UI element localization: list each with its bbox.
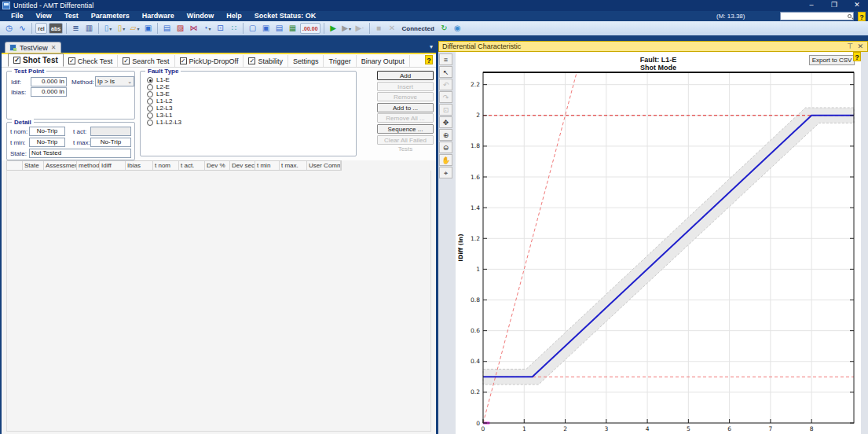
fault-option-l3-l1[interactable]: L3-L1 bbox=[147, 112, 181, 119]
fader-settings-icon[interactable]: ≣ bbox=[70, 23, 82, 34]
tab-trigger[interactable]: Trigger bbox=[324, 55, 356, 67]
rel-icon[interactable]: rel bbox=[35, 23, 47, 34]
tab-pickup-dropoff[interactable]: ✓PickUp-DropOff bbox=[175, 55, 244, 67]
clear-icon[interactable]: ✕ bbox=[386, 23, 398, 34]
panel-help-button[interactable]: ? bbox=[425, 55, 433, 64]
checkbox-icon[interactable]: ✓ bbox=[13, 57, 20, 64]
move-tool-icon[interactable]: ✥ bbox=[439, 116, 452, 128]
stop-icon[interactable]: ■ bbox=[373, 23, 385, 34]
chart-help-button[interactable]: ? bbox=[853, 52, 861, 61]
abs-icon[interactable]: abs bbox=[49, 23, 63, 34]
results-table-body[interactable] bbox=[6, 171, 431, 432]
checkbox-icon[interactable]: ✓ bbox=[248, 57, 255, 64]
fault-option-l2-e[interactable]: L2-E bbox=[147, 83, 181, 90]
report-view-icon[interactable]: ⊡ bbox=[214, 23, 226, 34]
chevron-down-icon[interactable]: ▾ bbox=[123, 27, 125, 31]
connection-setup-icon[interactable]: ∷ bbox=[228, 23, 240, 34]
panel-close-icon[interactable]: ✕ bbox=[857, 42, 863, 51]
column-header-assessment[interactable]: Assessment bbox=[44, 161, 77, 170]
column-header-method[interactable]: method bbox=[77, 161, 100, 170]
tab-testview[interactable]: TestView ✕ bbox=[5, 42, 61, 53]
column-header-user-comment[interactable]: User Comment bbox=[307, 161, 341, 170]
column-header-idiff[interactable]: Idiff bbox=[100, 161, 126, 170]
test-object-icon[interactable]: ▤ bbox=[161, 23, 173, 34]
tab-binary-output[interactable]: Binary Output bbox=[357, 55, 410, 67]
fault-option-l2-l3[interactable]: L2-L3 bbox=[147, 105, 181, 112]
pan-tool-icon[interactable]: ✋ bbox=[439, 154, 452, 166]
column-header-ibias[interactable]: Ibias bbox=[126, 161, 153, 170]
tab-overflow-icon[interactable]: ▾ bbox=[430, 43, 433, 50]
column-header-t-act-[interactable]: t act. bbox=[179, 161, 205, 170]
radio-icon[interactable] bbox=[147, 77, 153, 83]
radio-icon[interactable] bbox=[147, 105, 153, 112]
menu-socket-status-ok[interactable]: Socket Status: OK bbox=[248, 11, 323, 21]
checkbox-icon[interactable]: ✓ bbox=[123, 57, 130, 64]
assessment-view-icon[interactable]: ▦ bbox=[287, 23, 298, 34]
chevron-down-icon[interactable]: ▾ bbox=[109, 27, 112, 31]
menu-test[interactable]: Test bbox=[58, 11, 85, 21]
menu-parameters[interactable]: Parameters bbox=[85, 11, 136, 21]
menu-hardware[interactable]: Hardware bbox=[136, 11, 181, 21]
radio-icon[interactable] bbox=[147, 84, 153, 90]
export-to-csv-button[interactable]: Export to CSV bbox=[809, 55, 855, 65]
column-header-t-min[interactable]: t min bbox=[255, 161, 280, 170]
column-header-state[interactable]: State bbox=[23, 161, 44, 170]
tab-search-test[interactable]: ✓Search Test bbox=[118, 55, 174, 67]
checkbox-icon[interactable]: ✓ bbox=[180, 57, 187, 64]
tab-shot-test[interactable]: ✓Shot Test bbox=[8, 53, 64, 67]
help-button[interactable]: ? bbox=[858, 12, 866, 21]
refresh-connection-icon[interactable]: ↻ bbox=[438, 23, 450, 34]
radio-icon[interactable] bbox=[147, 91, 153, 97]
checkbox-icon[interactable]: ✓ bbox=[68, 57, 75, 64]
menu-window[interactable]: Window bbox=[181, 11, 220, 21]
menu-file[interactable]: File bbox=[5, 11, 30, 21]
radio-icon[interactable] bbox=[147, 112, 153, 119]
method-select[interactable]: ⌄ Ip > Is bbox=[95, 76, 134, 86]
save-icon[interactable]: ▣ bbox=[142, 23, 154, 34]
binder-icon[interactable]: ▥ bbox=[83, 23, 95, 34]
time-display-icon[interactable]: .00.00 bbox=[300, 23, 320, 34]
maximize-button[interactable]: ❐ bbox=[823, 0, 845, 11]
radio-icon[interactable] bbox=[147, 120, 153, 126]
characteristic-view-icon[interactable]: ⋈ bbox=[188, 23, 200, 34]
output-view-icon[interactable]: ▣ bbox=[260, 23, 272, 34]
start-icon[interactable]: ▶ bbox=[328, 23, 339, 34]
sequence-button[interactable]: Sequence ... bbox=[377, 124, 434, 134]
zoom-in-icon[interactable]: ⊕ bbox=[439, 129, 452, 141]
tab-stability[interactable]: ✓Stability bbox=[244, 55, 288, 67]
chevron-down-icon[interactable]: ▾ bbox=[209, 27, 211, 31]
pin-icon[interactable]: ⊤ bbox=[847, 42, 853, 51]
single-step-icon[interactable]: ▶· bbox=[354, 23, 366, 34]
add-to-button[interactable]: Add to ... bbox=[377, 103, 434, 112]
close-button[interactable]: ✕ bbox=[846, 0, 868, 11]
tab-close-icon[interactable]: ✕ bbox=[51, 44, 57, 51]
tab-check-test[interactable]: ✓Check Test bbox=[64, 55, 118, 67]
binary-output-view-icon[interactable]: ▤ bbox=[273, 23, 285, 34]
chevron-down-icon[interactable]: ▾ bbox=[137, 27, 139, 31]
open-icon[interactable]: ▱▾ bbox=[129, 23, 141, 34]
new-document-icon[interactable]: ▯▾ bbox=[102, 23, 114, 34]
minimize-button[interactable]: – bbox=[800, 0, 822, 11]
idif-field[interactable]: 0.000 In bbox=[31, 77, 67, 86]
detail-view-icon[interactable]: ▢ bbox=[247, 23, 258, 34]
new-from-template-icon[interactable]: ▯▾ bbox=[115, 23, 127, 34]
start-options-icon[interactable]: ▶▾ bbox=[341, 23, 353, 34]
time-sync-icon[interactable]: ◷ bbox=[3, 23, 15, 34]
network-device-icon[interactable]: ◉ bbox=[452, 23, 463, 34]
menu-view[interactable]: View bbox=[30, 11, 58, 21]
fault-option-l3-e[interactable]: L3-E bbox=[147, 90, 181, 97]
pointer-tool-icon[interactable]: ↖ bbox=[439, 66, 452, 78]
zoom-out-icon[interactable]: ⊖ bbox=[439, 142, 452, 153]
chevron-down-icon[interactable]: ▾ bbox=[349, 27, 351, 31]
phasor-view-icon[interactable]: ◔▾ bbox=[201, 23, 213, 34]
chart-menu-icon[interactable]: ≡ bbox=[439, 53, 452, 65]
radio-icon[interactable] bbox=[147, 98, 153, 105]
column-header-t-max-[interactable]: t max. bbox=[280, 161, 307, 170]
tab-settings[interactable]: Settings bbox=[288, 55, 324, 67]
fault-option-l1-l2-l3[interactable]: L1-L2-L3 bbox=[147, 119, 181, 126]
search-input[interactable] bbox=[780, 12, 854, 20]
column-header-dev-sec[interactable]: Dev sec bbox=[230, 161, 255, 170]
fault-option-l1-l2[interactable]: L1-L2 bbox=[147, 97, 181, 105]
column-header-t-nom[interactable]: t nom bbox=[153, 161, 179, 170]
ibias-field[interactable]: 0.000 In bbox=[31, 87, 67, 97]
